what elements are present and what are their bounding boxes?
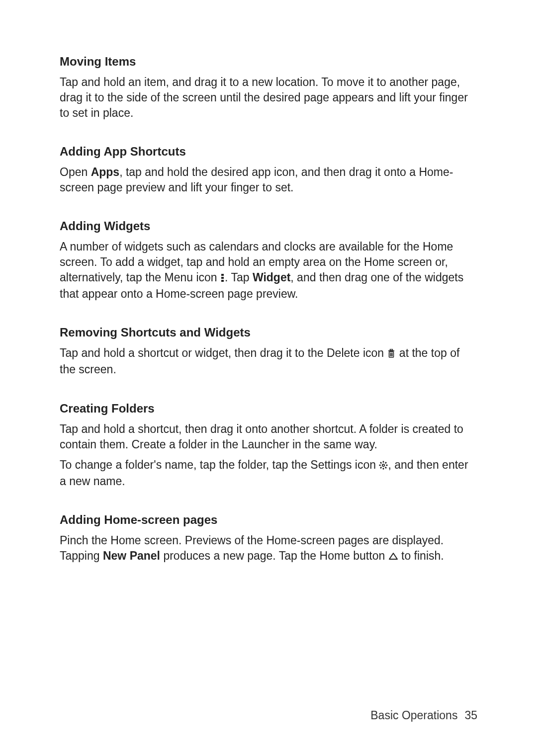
menu-icon [220, 271, 225, 286]
page-footer: Basic Operations35 [370, 709, 477, 722]
section-adding-widgets: Adding Widgets A number of widgets such … [60, 219, 477, 302]
heading-removing-shortcuts: Removing Shortcuts and Widgets [60, 326, 477, 339]
heading-creating-folders: Creating Folders [60, 402, 477, 416]
heading-adding-widgets: Adding Widgets [60, 219, 477, 233]
page-number: 35 [464, 709, 477, 722]
section-moving-items: Moving Items Tap and hold an item, and d… [60, 55, 477, 121]
paragraph: To change a folder's name, tap the folde… [60, 457, 477, 489]
svg-rect-14 [385, 462, 387, 464]
svg-rect-10 [383, 461, 384, 462]
heading-adding-home-pages: Adding Home-screen pages [60, 513, 477, 527]
text-run: Open [60, 166, 91, 178]
svg-rect-4 [390, 349, 393, 351]
text-run: Tap and hold a shortcut or widget, then … [60, 346, 387, 359]
bold-widget: Widget [253, 271, 290, 284]
svg-rect-2 [221, 280, 224, 282]
settings-icon [379, 458, 388, 474]
paragraph: Tap and hold a shortcut, then drag it on… [60, 421, 477, 452]
trash-icon [387, 346, 396, 362]
svg-rect-15 [380, 466, 382, 468]
text-run: To change a folder's name, tap the folde… [60, 458, 379, 471]
svg-rect-12 [379, 464, 381, 466]
paragraph: A number of widgets such as calendars an… [60, 239, 477, 302]
text-run: to finish. [398, 549, 444, 562]
bold-new-panel: New Panel [103, 549, 160, 562]
svg-rect-11 [383, 468, 384, 469]
document-page: Moving Items Tap and hold an item, and d… [0, 0, 537, 756]
footer-chapter: Basic Operations [370, 709, 457, 722]
paragraph: Tap and hold an item, and drag it to a n… [60, 75, 477, 121]
paragraph: Pinch the Home screen. Previews of the H… [60, 533, 477, 565]
bold-apps: Apps [91, 166, 120, 178]
home-icon [388, 549, 398, 565]
heading-adding-app-shortcuts: Adding App Shortcuts [60, 145, 477, 159]
paragraph: Tap and hold a shortcut or widget, then … [60, 345, 477, 377]
text-run: produces a new page. Tap the Home button [160, 549, 388, 562]
section-removing-shortcuts: Removing Shortcuts and Widgets Tap and h… [60, 326, 477, 377]
section-adding-home-pages: Adding Home-screen pages Pinch the Home … [60, 513, 477, 565]
svg-rect-17 [385, 466, 387, 468]
heading-moving-items: Moving Items [60, 55, 477, 69]
svg-rect-1 [221, 277, 224, 279]
text-run: . Tap [225, 271, 253, 284]
section-creating-folders: Creating Folders Tap and hold a shortcut… [60, 402, 477, 489]
svg-point-9 [382, 464, 384, 466]
svg-rect-0 [221, 274, 224, 276]
section-adding-app-shortcuts: Adding App Shortcuts Open Apps, tap and … [60, 145, 477, 195]
svg-rect-16 [380, 462, 382, 464]
paragraph: Open Apps, tap and hold the desired app … [60, 165, 477, 195]
